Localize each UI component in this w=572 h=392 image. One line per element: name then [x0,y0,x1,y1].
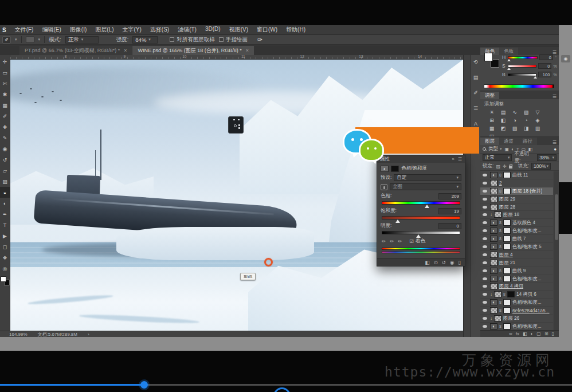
layer-mask-thumbnail[interactable] [503,307,511,313]
view-previous-icon[interactable]: ⊙ [434,260,438,265]
crop-tool[interactable]: ▦ [0,100,10,111]
exposure-adj-icon[interactable]: ▧ [520,108,532,116]
layer-thumbnail[interactable] [490,252,497,258]
layer-visibility-icon[interactable] [483,229,487,232]
layer-style-icon[interactable]: fx [516,331,519,336]
collapse-panel-icon[interactable]: » [452,156,454,162]
slider-thumb[interactable] [507,59,511,61]
layer-mask-thumbnail[interactable] [503,219,511,226]
filter-kind-label[interactable]: 类型 [488,146,498,152]
master-channel-select[interactable]: 全图 ▾ [390,183,461,190]
close-icon[interactable]: × [124,48,127,53]
saturation-input[interactable]: 19 [438,208,461,214]
eyedropper-tool[interactable]: ✐ [0,111,10,121]
layer-visibility-icon[interactable] [483,277,487,280]
color-lookup-adj-icon[interactable]: ▦ [486,124,497,132]
layer-name[interactable]: 曲线 7 [512,236,526,242]
history-panel-icon[interactable]: ⟲ [471,57,480,66]
layer-visibility-icon[interactable] [483,301,487,304]
layer-row[interactable]: ◐8色相/饱和度... [480,275,553,283]
panel-menu-icon[interactable]: ☰ [458,156,462,162]
document-tab-wine[interactable]: WINE.psd @ 165% (图层 18 (合并), RGB/8) * × [132,46,253,55]
healing-tool[interactable]: ✚ [0,121,10,132]
layer-row[interactable]: 图层 4 [480,251,553,259]
eraser-tool[interactable]: ▱ [0,165,10,176]
posterize-adj-icon[interactable]: ▨ [509,124,520,132]
slider-thumb[interactable] [425,205,429,208]
layer-name[interactable]: 图层 18 [503,211,519,218]
panel-menu-icon[interactable]: ☰ [553,140,559,145]
layer-name[interactable]: 色相/饱和度... [512,299,542,305]
marquee-tool[interactable]: ▭ [0,67,10,78]
saturation-slider[interactable] [382,216,460,219]
threshold-adj-icon[interactable]: ◨ [520,124,532,132]
menu-item-8[interactable]: 视图(V) [229,26,248,34]
preset-select[interactable]: 自定 ▾ [394,174,461,181]
on-image-adjust-icon[interactable] [381,184,387,190]
adjustment-thumbnail[interactable]: ◐ [490,276,497,282]
close-icon[interactable]: × [246,48,249,53]
layer-visibility-icon[interactable] [483,325,487,328]
layer-thumbnail[interactable] [490,260,497,266]
layer-row[interactable]: ◐8曲线 11 [480,171,553,179]
menu-item-6[interactable]: 滤镜(T) [178,26,197,34]
layer-thumbnail[interactable] [490,180,497,186]
hue-slider-value[interactable]: 0 [539,54,553,60]
layer-mask-thumbnail[interactable] [503,228,511,234]
layer-row[interactable]: ↓814 拷贝 6 [480,291,553,299]
layer-name[interactable]: 6efe5284d41a5... [512,308,550,313]
new-layer-icon[interactable]: ⊞ [544,331,549,336]
menu-item-3[interactable]: 图层(L) [95,26,113,34]
adjustment-thumbnail[interactable]: ◐ [490,219,497,226]
properties-title-bar[interactable]: 属性 » ☰ [377,155,465,163]
layer-name[interactable]: 图层 28 [499,204,515,210]
layer-thumbnail[interactable] [494,291,502,297]
adjustment-thumbnail[interactable]: ◐ [490,228,497,234]
adjustment-thumbnail[interactable]: ◐ [490,244,497,250]
layer-name[interactable]: 图层 18 (合并) [512,188,543,194]
layer-row[interactable]: ◐8色相/饱和度... [480,323,553,331]
layer-visibility-icon[interactable] [483,317,487,320]
layer-name[interactable]: 图层 4 拷贝 [499,283,523,289]
layers-scrollbar[interactable] [554,171,559,331]
path-select-tool[interactable]: ▶ [0,230,10,241]
color-balance-adj-icon[interactable]: ◧ [497,116,509,124]
layer-name[interactable]: 色相/饱和度 5 [512,244,542,250]
brushes-panel-icon[interactable]: ☰ [471,104,480,113]
layer-thumbnail[interactable] [494,315,502,322]
slider-thumb[interactable] [534,76,537,79]
delete-adjustment-icon[interactable]: ▯ [458,260,461,265]
quick-select-tool[interactable]: ✱ [0,89,10,100]
clone-source-panel-icon[interactable]: ▤ [471,73,480,82]
layer-name[interactable]: 图层 29 [499,196,515,202]
layer-mask-thumbnail[interactable] [503,276,511,282]
filter-toggle-icon[interactable]: ● [554,147,557,152]
adjustment-thumbnail[interactable]: ◐ [490,323,497,330]
sample-all-layers-checkbox[interactable]: 对所有图层取样 [170,36,215,44]
levels-adj-icon[interactable]: ▤ [497,108,509,116]
gradient-tool[interactable]: ▨ [0,176,10,187]
layer-mask-thumbnail[interactable] [507,291,515,297]
brush-settings-panel-icon[interactable]: ✐ [471,88,480,97]
new-group-icon[interactable]: ▢ [536,331,541,336]
layer-visibility-icon[interactable] [483,269,487,272]
smudge-tool[interactable]: ◒ [0,187,10,198]
layer-row[interactable]: ↓图层 18 [480,211,553,219]
layer-mask-thumbnail[interactable] [503,299,511,305]
pen-tool[interactable]: ✒ [0,209,10,219]
lock-transparency-icon[interactable]: ▨ [496,164,500,169]
layer-row[interactable]: 86efe5284d41a5... [480,307,553,315]
tab-layers[interactable]: 图层 [480,138,499,145]
layer-thumbnail[interactable] [494,211,502,218]
layer-thumbnail[interactable] [490,204,497,210]
layer-name[interactable]: 图层 4 [499,252,513,258]
menu-item-9[interactable]: 窗口(W) [257,26,277,34]
layer-visibility-icon[interactable] [483,293,487,296]
zoom-tool[interactable]: ◎ [0,263,10,274]
layer-visibility-icon[interactable] [483,213,487,216]
clip-to-layer-icon[interactable]: ◧ [425,260,430,265]
layer-mask-thumbnail[interactable] [503,268,511,274]
layer-thumbnail[interactable] [490,283,497,289]
visibility-icon[interactable]: ◉ [450,260,454,265]
layer-visibility-icon[interactable] [483,245,487,248]
